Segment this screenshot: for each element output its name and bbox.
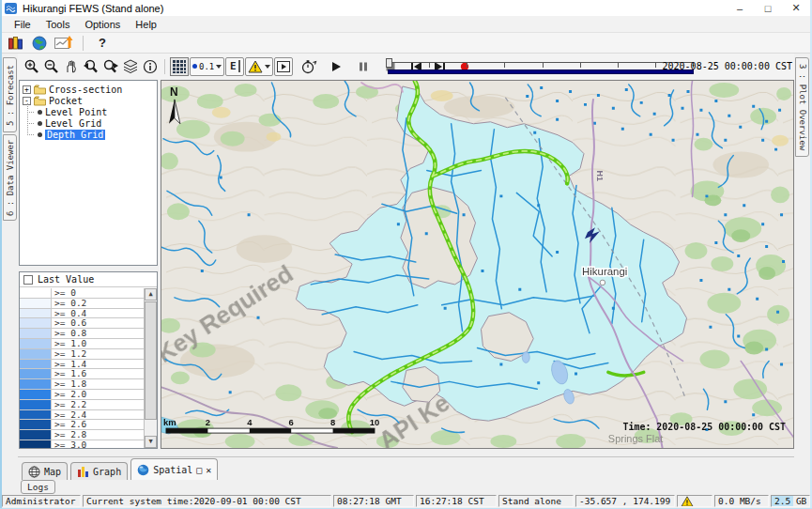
time-slider-handle[interactable] <box>386 58 392 68</box>
scrollbar-thumb[interactable] <box>145 301 157 420</box>
explorer-bars-icon[interactable] <box>6 34 24 53</box>
timer-icon[interactable] <box>299 57 318 76</box>
e-label: E <box>230 60 240 72</box>
legend-label: >= 0.4 <box>52 309 144 318</box>
layers-icon[interactable] <box>121 57 140 76</box>
last-value-checkbox[interactable] <box>23 275 33 285</box>
tab-map[interactable]: Map <box>22 462 68 480</box>
grid-toggle-button[interactable] <box>170 57 189 76</box>
legend-label: >= 2.0 <box>52 390 144 399</box>
tab-graph[interactable]: Graph <box>70 462 128 480</box>
legend-swatch <box>20 420 52 429</box>
legend-label: >= 1.4 <box>52 360 144 369</box>
minimize-button[interactable]: – <box>726 0 754 16</box>
tree-node-label: Pocket <box>49 96 83 106</box>
svg-text:10: 10 <box>370 417 380 427</box>
map-toolbar: 0.1 E <box>16 54 796 79</box>
bullet-icon <box>38 121 42 126</box>
close-button[interactable]: ✕ <box>782 0 810 16</box>
status-warning-cell[interactable] <box>677 495 712 507</box>
pause-button[interactable] <box>354 57 373 76</box>
window-title: Hikurangi FEWS (Stand alone) <box>23 3 163 14</box>
legend-title: Last Value <box>38 274 94 285</box>
labels-toggle-button[interactable]: E <box>225 57 244 76</box>
warning-icon <box>248 60 263 73</box>
play-button[interactable] <box>327 57 345 76</box>
legend-swatch <box>20 299 52 308</box>
expand-icon[interactable]: + <box>23 85 31 94</box>
zoom-out-icon[interactable] <box>42 57 61 76</box>
status-mode: Stand alone <box>498 495 574 507</box>
tree-leaf-level-point[interactable]: Level Point <box>36 106 157 117</box>
warning-dropdown[interactable] <box>245 57 273 76</box>
warning-icon <box>681 496 694 507</box>
tree-leaf-depth-grid[interactable]: Depth Grid <box>36 129 157 140</box>
tab-spatial[interactable]: Spatial □ ✕ <box>130 458 218 480</box>
zoom-in-icon[interactable] <box>23 57 41 76</box>
logs-button[interactable]: Logs <box>21 480 55 494</box>
tab-spatial-label: Spatial <box>153 465 192 475</box>
tree-node-label: Cross-section <box>49 85 122 95</box>
info-icon[interactable] <box>141 57 160 76</box>
legend-swatch <box>20 369 52 378</box>
tab-close-icon[interactable]: ✕ <box>206 465 211 475</box>
zoom-next-icon[interactable] <box>101 57 120 76</box>
tree-node-cross-section[interactable]: + Cross-section <box>23 84 157 95</box>
grid-scale-dropdown[interactable]: 0.1 <box>190 57 224 76</box>
time-slider[interactable] <box>386 57 696 75</box>
status-transfer-rate: 0.0 MB/s <box>714 495 769 507</box>
status-gmt-time: 08:27:18 GMT <box>333 495 414 507</box>
scroll-down-icon[interactable]: ▼ <box>145 436 157 448</box>
status-coordinates: -35.657 , 174.199 <box>575 495 675 507</box>
legend-label: >= 1.0 <box>52 339 144 348</box>
chevron-down-icon <box>265 65 270 69</box>
animation-player-button[interactable] <box>274 57 293 76</box>
status-system-time: Current system time:2020-09-01 00:00 CST <box>83 495 331 507</box>
legend-label: >= 0.8 <box>52 329 144 338</box>
svg-text:8: 8 <box>330 417 335 427</box>
main-toolbar: ? <box>2 33 810 54</box>
tab-plot-overview[interactable]: 3 : Plot Overview <box>795 57 809 157</box>
tab-forecast[interactable]: 5 : Forecast <box>3 57 17 132</box>
tab-data-viewer[interactable]: 6 : Data Viewer <box>3 134 17 221</box>
menu-options[interactable]: Options <box>78 17 127 32</box>
tree-node-pocket[interactable]: - Pocket <box>23 95 157 106</box>
status-bar: Administrator Current system time:2020-0… <box>0 494 812 508</box>
locality-label: Springs Flat <box>608 433 663 444</box>
maximize-button[interactable]: □ <box>754 0 782 16</box>
menu-help[interactable]: Help <box>129 17 163 32</box>
scroll-up-icon[interactable]: ▲ <box>145 288 157 301</box>
svg-text:N: N <box>170 85 178 99</box>
town-marker <box>600 280 605 285</box>
folder-icon <box>34 96 46 106</box>
tab-restore-icon[interactable]: □ <box>196 465 202 475</box>
menu-tools[interactable]: Tools <box>39 17 77 32</box>
globe-map-icon[interactable] <box>30 34 49 53</box>
pan-hand-icon[interactable] <box>62 57 81 76</box>
legend-scrollbar[interactable]: ▲ ▼ <box>144 288 157 448</box>
legend-swatch <box>20 410 52 420</box>
menu-file[interactable]: File <box>8 17 38 32</box>
tree-leaf-level-grid[interactable]: Level Grid <box>36 117 157 129</box>
legend-swatch <box>20 390 52 399</box>
svg-text:4: 4 <box>247 417 253 427</box>
legend-row: >= 3.0 <box>20 440 144 448</box>
help-button[interactable]: ? <box>93 36 112 50</box>
tab-map-label: Map <box>44 467 61 477</box>
legend-row: >= 1.2 <box>20 349 144 360</box>
time-slider-ticks <box>391 62 694 68</box>
map-time-label: Time: 2020-08-25 00:00:00 CST <box>622 422 786 432</box>
current-datetime: 2020-08-25 00:00:00 CST <box>663 61 792 71</box>
legend-label: >= 2.4 <box>52 410 144 420</box>
bullet-icon <box>38 110 42 115</box>
legend-label: >= 1.8 <box>52 379 144 389</box>
window-edge <box>0 0 2 509</box>
legend-swatch <box>20 309 52 318</box>
toolbar-separator <box>83 36 84 51</box>
legend-swatch <box>20 349 52 359</box>
map-canvas[interactable]: API Key Required API Key Required <box>161 80 794 449</box>
zoom-previous-icon[interactable] <box>82 57 100 76</box>
forecast-chart-icon[interactable] <box>54 34 73 53</box>
bullet-icon <box>38 132 42 137</box>
legend-swatch <box>20 400 52 409</box>
